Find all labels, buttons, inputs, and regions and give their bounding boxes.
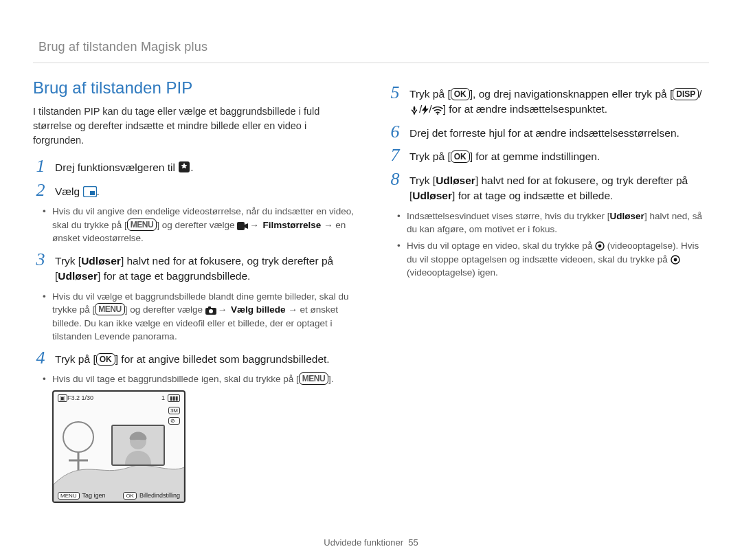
svg-point-14 xyxy=(598,245,602,248)
shutter-label: Udløser xyxy=(412,190,452,201)
preview-left-action: MENUTag igen xyxy=(58,492,106,499)
step-number: 7 xyxy=(387,146,403,164)
svg-rect-2 xyxy=(90,191,95,195)
svg-point-5 xyxy=(209,309,213,313)
record-icon xyxy=(671,255,680,265)
text: Hvis du vil optage en video, skal du try… xyxy=(407,240,592,251)
step-8b: Hvis du vil optage en video, skal du try… xyxy=(407,239,709,280)
shutter-label: Udløser xyxy=(81,255,121,267)
text: Billedindstilling xyxy=(139,492,180,499)
record-icon xyxy=(595,241,605,251)
wifi-icon xyxy=(432,107,443,115)
step-body: Tryk [Udløser] halvt ned for at fokusere… xyxy=(409,170,709,204)
menu-button-label: MENU xyxy=(299,372,328,385)
preview-bottombar: MENUTag igen OKBilledindstilling xyxy=(58,492,180,499)
text: Tryk på [ xyxy=(409,150,451,162)
running-head: Brug af tilstanden Magisk plus xyxy=(38,40,709,54)
shutter-label: Udløser xyxy=(58,270,98,282)
menu-button-label: MENU xyxy=(127,219,157,231)
step-3a: Hvis du vil vælge et baggrundsbillede bl… xyxy=(52,290,355,344)
text: ] for at ændre indsættelsespunktet. xyxy=(443,103,608,115)
ok-button-label: OK xyxy=(451,150,470,163)
divider xyxy=(33,63,709,63)
step-8-sublist: Indsættelsesvinduet vises større, hvis d… xyxy=(387,210,709,280)
svg-point-7 xyxy=(63,422,93,452)
step-3-sublist: Hvis du vil vælge et baggrundsbillede bl… xyxy=(33,290,355,344)
text: Tryk [ xyxy=(55,255,81,267)
text: ], og drej navigationsknappen eller tryk… xyxy=(470,88,673,100)
select-image-label: Vælg billede xyxy=(231,304,286,315)
step-8a: Indsættelsesvinduet vises større, hvis d… xyxy=(407,210,709,236)
text: Tryk [ xyxy=(409,175,436,186)
filmstorrelse-label: Filmstørrelse xyxy=(263,220,322,230)
step-2-text: Vælg xyxy=(55,186,80,197)
svg-point-16 xyxy=(673,258,677,261)
step-6: 6 Drej det forreste hjul for at ændre in… xyxy=(387,123,709,141)
text: ] for at tage et baggrundsbillede. xyxy=(98,270,250,282)
step-4: 4 Tryk på [OK] for at angive billedet so… xyxy=(33,349,355,367)
ok-chip: OK xyxy=(123,492,137,500)
text: ] og derefter vælge xyxy=(125,304,203,315)
manual-page: Brug af tilstanden Magisk plus Brug af t… xyxy=(0,0,742,560)
shutter-label: Udløser xyxy=(436,175,475,186)
step-number: 1 xyxy=(33,157,48,175)
video-icon xyxy=(237,222,248,230)
step-3: 3 Tryk [Udløser] halvt ned for at fokuse… xyxy=(33,251,355,284)
step-number: 8 xyxy=(387,170,403,188)
column-left: Brug af tilstanden PIP I tilstanden PIP … xyxy=(33,78,355,503)
step-2: 2 Vælg . xyxy=(33,181,355,199)
text: Tryk på [ xyxy=(409,88,451,100)
step-number: 4 xyxy=(33,349,48,367)
text: Indsættelsesvinduet vises større, hvis d… xyxy=(407,211,610,221)
section-title: Brug af tilstanden PIP xyxy=(33,78,355,98)
svg-point-12 xyxy=(437,113,438,115)
preview-pip-inset xyxy=(111,425,165,466)
step-4-sublist: Hvis du vil tage et baggrundsbillede ige… xyxy=(33,372,355,386)
page-number: 55 xyxy=(408,537,418,548)
step-7: 7 Tryk på [OK] for at gemme indstillinge… xyxy=(387,146,709,164)
pip-mode-icon xyxy=(83,186,97,197)
column-right: 5 Tryk på [OK], og drej navigationsknapp… xyxy=(387,78,709,503)
step-1-text: Drej funktionsvælgeren til xyxy=(55,161,175,173)
disp-button-label: DISP xyxy=(673,88,699,100)
intro-paragraph: I tilstanden PIP kan du tage eller vælge… xyxy=(33,104,355,148)
svg-rect-3 xyxy=(237,222,245,230)
preview-right-action: OKBilledindstilling xyxy=(123,492,180,499)
ok-button-label: OK xyxy=(96,353,115,366)
text: (videooptagelse) igen. xyxy=(407,267,498,278)
step-1-end: . xyxy=(190,161,193,173)
content-columns: Brug af tilstanden PIP I tilstanden PIP … xyxy=(33,78,709,503)
step-2-sublist: Hvis du vil angive den endelige videostø… xyxy=(33,205,355,245)
camera-preview-illustration: ▣ F3.2 1/30 1 ▮▮▮ 3M ⊘ xyxy=(52,390,186,503)
step-1: 1 Drej funktionsvælgeren til . xyxy=(33,157,355,175)
text: Tryk på [ xyxy=(55,353,96,365)
page-footer: Udvidede funktioner 55 xyxy=(0,537,742,548)
step-body: Tryk på [OK], og drej navigationsknappen… xyxy=(409,84,709,117)
step-8: 8 Tryk [Udløser] halvt ned for at fokuse… xyxy=(387,170,709,204)
text: ] for at tage og indsætte et billede. xyxy=(452,190,613,201)
step-2-end: . xyxy=(97,186,100,197)
flash-icon xyxy=(422,105,429,115)
text: ]. xyxy=(328,374,334,384)
footer-section-label: Udvidede funktioner xyxy=(324,537,403,548)
arrow-icon: → xyxy=(248,219,260,232)
ok-button-label: OK xyxy=(451,88,470,100)
step-number: 5 xyxy=(387,84,403,102)
macro-icon xyxy=(409,105,419,115)
step-number: 2 xyxy=(33,181,48,199)
step-body: Tryk [Udløser] halvt ned for at fokusere… xyxy=(55,251,355,284)
menu-button-label: MENU xyxy=(95,303,124,315)
svg-rect-6 xyxy=(208,306,211,309)
step-2a: Hvis du vil angive den endelige videostø… xyxy=(52,205,355,245)
text: ] for at gemme indstillingen. xyxy=(470,150,600,162)
step-4a: Hvis du vil tage et baggrundsbillede ige… xyxy=(52,372,355,386)
step-body: Vælg . xyxy=(55,181,355,199)
text: ] og derefter vælge xyxy=(157,220,234,230)
step-body: Tryk på [OK] for at gemme indstillingen. xyxy=(409,146,709,164)
mode-dial-icon xyxy=(178,161,190,173)
step-5: 5 Tryk på [OK], og drej navigationsknapp… xyxy=(387,84,709,117)
step-number: 3 xyxy=(33,251,48,269)
text: ] for at angive billedet som baggrundsbi… xyxy=(115,353,330,365)
arrow-icon: → xyxy=(216,303,229,317)
shutter-label: Udløser xyxy=(610,211,644,221)
